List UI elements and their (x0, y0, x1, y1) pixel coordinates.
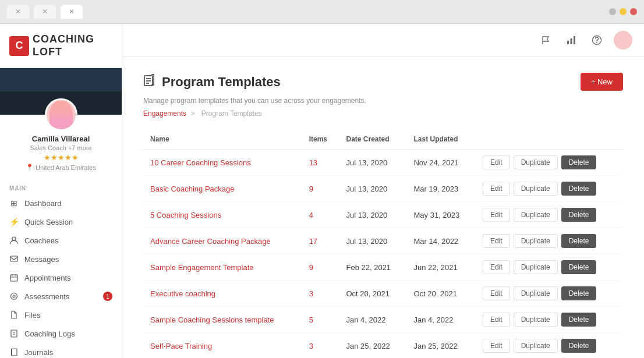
row-actions: Edit Duplicate Delete (483, 260, 616, 274)
duplicate-button[interactable]: Duplicate (514, 234, 558, 248)
table-row: 5 Coaching Sessions 4 Jul 13, 2020 May 3… (143, 202, 623, 228)
assessments-icon (9, 292, 19, 301)
duplicate-button[interactable]: Duplicate (514, 339, 558, 353)
sidebar-item-quick-session[interactable]: ⚡ Quick Session (0, 212, 122, 231)
svg-point-4 (13, 295, 15, 297)
duplicate-button[interactable]: Duplicate (514, 208, 558, 222)
duplicate-button[interactable]: Duplicate (514, 155, 558, 169)
flag-icon[interactable] (537, 31, 554, 49)
cell-actions: Edit Duplicate Delete (476, 307, 623, 333)
edit-button[interactable]: Edit (483, 208, 510, 222)
tab-close-2[interactable]: ✕ (42, 8, 48, 16)
template-name-link[interactable]: Executive coaching (150, 289, 215, 298)
cell-actions: Edit Duplicate Delete (476, 176, 623, 202)
dashboard-icon: ⊞ (9, 199, 19, 208)
delete-button[interactable]: Delete (561, 234, 597, 248)
delete-button[interactable]: Delete (561, 208, 597, 222)
tab-close-3[interactable]: ✕ (69, 8, 75, 16)
sidebar-item-coaching-logs[interactable]: Coaching Logs (0, 324, 122, 343)
edit-button[interactable]: Edit (483, 155, 510, 169)
main-content: Program Templates + New Manage program t… (122, 24, 644, 358)
sidebar-item-coachees[interactable]: Coachees (0, 231, 122, 250)
logo-line1: COACHING (33, 33, 94, 46)
browser-tab-1[interactable]: ✕ (7, 5, 29, 19)
delete-button[interactable]: Delete (561, 313, 597, 327)
edit-button[interactable]: Edit (483, 313, 510, 327)
sidebar-item-label: Coachees (24, 236, 59, 245)
logo[interactable]: C COACHING LOFT (9, 33, 112, 58)
assessments-badge: 1 (103, 292, 112, 301)
template-name-link[interactable]: Sample Engagement Template (150, 263, 254, 272)
delete-button[interactable]: Delete (561, 155, 597, 169)
sidebar-item-files[interactable]: Files (0, 306, 122, 324)
cell-items: 17 (302, 228, 339, 254)
cell-actions: Edit Duplicate Delete (476, 333, 623, 359)
profile-stars: ★★★★★ (7, 153, 115, 162)
help-icon[interactable] (588, 31, 606, 49)
svg-rect-7 (11, 349, 12, 356)
cell-name: Basic Coaching Package (143, 176, 302, 202)
duplicate-button[interactable]: Duplicate (514, 182, 558, 196)
svg-rect-14 (571, 38, 572, 44)
profile-role: Sales Coach +7 more (7, 144, 115, 151)
topbar-avatar[interactable] (614, 31, 632, 49)
edit-button[interactable]: Edit (483, 182, 510, 196)
breadcrumb: Engagements > Program Templates (143, 109, 623, 118)
sidebar-item-label: Coaching Logs (24, 329, 75, 338)
appointments-icon (9, 273, 19, 282)
template-name-link[interactable]: 10 Career Coaching Sessions (150, 158, 251, 167)
breadcrumb-parent-link[interactable]: Engagements (143, 109, 186, 118)
delete-button[interactable]: Delete (561, 286, 597, 300)
sidebar-item-assessments[interactable]: Assessments 1 (0, 287, 122, 306)
window-control-maximize[interactable] (620, 8, 627, 15)
sidebar-item-dashboard[interactable]: ⊞ Dashboard (0, 194, 122, 212)
tab-close-1[interactable]: ✕ (15, 8, 21, 16)
window-control-close[interactable] (630, 8, 637, 15)
location-text: United Arab Emirates (36, 164, 96, 171)
logo-line2: LOFT (33, 46, 94, 59)
cell-actions: Edit Duplicate Delete (476, 150, 623, 176)
analytics-icon[interactable] (562, 31, 580, 49)
edit-button[interactable]: Edit (483, 339, 510, 353)
col-items: Items (302, 129, 339, 150)
sidebar-item-messages[interactable]: Messages (0, 250, 122, 268)
edit-button[interactable]: Edit (483, 260, 510, 274)
journals-icon (9, 348, 19, 357)
cell-last-updated: Mar 19, 2023 (406, 176, 476, 202)
template-name-link[interactable]: Advance Career Coaching Package (150, 237, 271, 246)
window-control-minimize[interactable] (609, 8, 616, 15)
sidebar-item-label: Journals (24, 348, 53, 357)
cell-name: Advance Career Coaching Package (143, 228, 302, 254)
template-name-link[interactable]: Basic Coaching Package (150, 185, 235, 193)
row-actions: Edit Duplicate Delete (483, 155, 616, 169)
template-name-link[interactable]: Self-Pace Training (150, 342, 212, 350)
duplicate-button[interactable]: Duplicate (514, 313, 558, 327)
sidebar-item-journals[interactable]: Journals (0, 343, 122, 358)
sidebar-item-appointments[interactable]: Appointments (0, 268, 122, 287)
duplicate-button[interactable]: Duplicate (514, 286, 558, 300)
svg-point-17 (596, 41, 597, 42)
cell-date-created: Feb 22, 2021 (339, 254, 406, 281)
browser-tab-3[interactable]: ✕ (61, 5, 83, 19)
delete-button[interactable]: Delete (561, 339, 597, 353)
cell-date-created: Jul 13, 2020 (339, 228, 406, 254)
edit-button[interactable]: Edit (483, 286, 510, 300)
edit-button[interactable]: Edit (483, 234, 510, 248)
cell-items: 9 (302, 176, 339, 202)
template-name-link[interactable]: Sample Coaching Sessions template (150, 316, 274, 324)
delete-button[interactable]: Delete (561, 260, 597, 274)
template-name-link[interactable]: 5 Coaching Sessions (150, 211, 221, 219)
avatar-image (49, 100, 73, 129)
table-row: Basic Coaching Package 9 Jul 13, 2020 Ma… (143, 176, 623, 202)
sidebar-item-label: Appointments (24, 274, 71, 282)
duplicate-button[interactable]: Duplicate (514, 260, 558, 274)
new-button[interactable]: + New (581, 73, 623, 91)
browser-tab-2[interactable]: ✕ (34, 5, 56, 19)
svg-rect-6 (12, 349, 17, 356)
cell-name: Executive coaching (143, 281, 302, 307)
coaching-logs-icon (9, 329, 19, 338)
item-count: 5 (309, 316, 313, 324)
cell-name: 5 Coaching Sessions (143, 202, 302, 228)
cell-name: Sample Coaching Sessions template (143, 307, 302, 333)
delete-button[interactable]: Delete (561, 182, 597, 196)
